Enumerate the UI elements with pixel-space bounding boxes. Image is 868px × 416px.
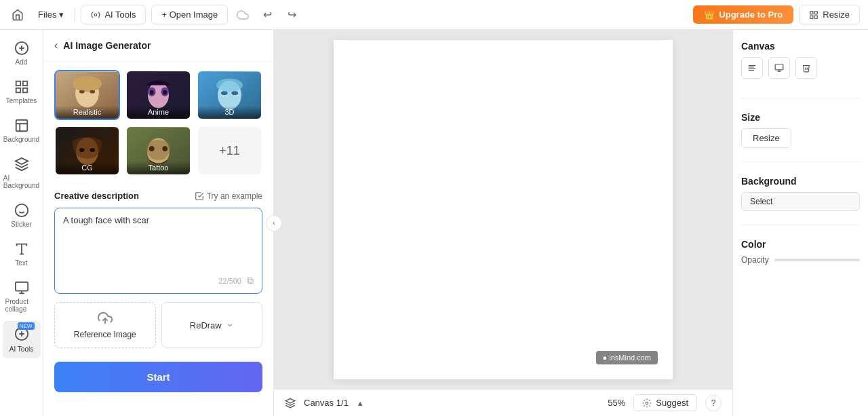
canvas-label: Canvas 1/1 (304, 398, 349, 408)
start-section: Start (43, 356, 273, 403)
style-realistic[interactable]: Realistic (54, 70, 120, 120)
undo-button[interactable]: ↩ (258, 5, 277, 24)
redraw-button[interactable]: ReDraw (161, 302, 263, 348)
suggest-label: Suggest (656, 398, 688, 408)
style-grid: Realistic Anime (43, 62, 273, 184)
style-more[interactable]: +11 (197, 126, 262, 176)
sidebar-item-product-collage[interactable]: Product collage (3, 275, 41, 318)
home-button[interactable] (8, 5, 27, 24)
svg-rect-4 (810, 16, 813, 18)
try-example-button[interactable]: Try an example (195, 191, 262, 201)
svg-point-31 (163, 90, 167, 95)
delete-button[interactable] (795, 57, 817, 79)
canvas-title: Canvas (741, 41, 860, 52)
start-button[interactable]: Start (54, 362, 262, 392)
svg-rect-52 (775, 64, 783, 70)
help-button[interactable]: ? (705, 395, 722, 411)
files-arrow-icon: ▾ (59, 10, 64, 20)
open-image-button[interactable]: + Open Image (151, 5, 228, 24)
actions-row: Reference Image ReDraw (43, 302, 273, 356)
sidebar-add-label: Add (16, 58, 28, 66)
ai-tools-topbar-button[interactable]: AI Tools (81, 5, 146, 24)
align-left-button[interactable] (741, 57, 763, 79)
align-center-button[interactable] (768, 57, 790, 79)
try-example-label: Try an example (207, 191, 262, 201)
svg-point-24 (79, 90, 85, 94)
sidebar-item-ai-tools[interactable]: NEW AI Tools (3, 321, 41, 358)
description-footer: 22/500 ⧉ (63, 275, 254, 286)
style-cg[interactable]: CG (54, 126, 120, 176)
size-resize-button[interactable]: Resize (741, 128, 791, 148)
redo-icon: ↪ (288, 8, 296, 21)
files-label: Files (38, 10, 56, 20)
upgrade-label: Upgrade to Pro (719, 10, 783, 20)
svg-point-25 (90, 90, 95, 94)
size-title: Size (741, 112, 860, 123)
opacity-row: Opacity (741, 255, 860, 265)
open-image-label: + Open Image (161, 10, 218, 20)
svg-rect-11 (16, 88, 20, 92)
layers-button[interactable] (285, 398, 296, 409)
canvas-white: ● insMind.com (334, 40, 673, 379)
sidebar-item-ai-background[interactable]: AI Background (3, 151, 41, 195)
zoom-display: 55% (608, 398, 625, 408)
svg-point-23 (73, 76, 102, 92)
reference-image-label: Reference Image (74, 330, 136, 339)
sidebar-item-templates[interactable]: Templates (3, 74, 41, 110)
collapse-panel-button[interactable]: ‹ (266, 215, 282, 231)
reference-image-button[interactable]: Reference Image (54, 302, 156, 348)
style-3d[interactable]: 3D (197, 70, 262, 120)
canvas-icon-row (741, 57, 860, 79)
char-count: 22/500 (218, 277, 241, 285)
divider-3 (741, 225, 860, 225)
sidebar-item-sticker[interactable]: Sticker (3, 197, 41, 233)
resize-label: Resize (823, 10, 850, 20)
creative-description-title: Creative description (54, 191, 139, 201)
style-anime[interactable]: Anime (125, 70, 191, 120)
opacity-slider[interactable] (774, 259, 860, 261)
style-more-label: +11 (198, 127, 261, 174)
redo-button[interactable]: ↪ (282, 5, 301, 24)
panel-title: AI Image Generator (63, 40, 151, 51)
new-badge: NEW (18, 322, 35, 330)
right-panel: Canvas Size Resize Background Select (732, 30, 868, 416)
description-text[interactable]: A tough face with scar (63, 215, 254, 269)
sidebar-product-collage-label: Product collage (5, 298, 38, 313)
main-content: Add Templates Background AI Background S… (0, 30, 868, 416)
topbar-left: Files ▾ AI Tools + Open Image ↩ ↪ (8, 5, 688, 24)
watermark: ● insMind.com (596, 351, 658, 364)
suggest-button[interactable]: Suggest (633, 394, 697, 411)
help-icon: ? (711, 398, 716, 408)
resize-button[interactable]: Resize (799, 5, 860, 24)
files-button[interactable]: Files ▾ (33, 7, 69, 22)
copy-icon[interactable]: ⧉ (247, 275, 254, 286)
svg-point-30 (150, 90, 154, 95)
sidebar-item-add[interactable]: Add (3, 35, 41, 71)
section-header: Creative description Try an example (54, 184, 262, 208)
svg-point-47 (646, 402, 649, 404)
sidebar-text-label: Text (15, 259, 27, 267)
redraw-label: ReDraw (190, 320, 222, 330)
sidebar-item-text[interactable]: Text (3, 236, 41, 272)
svg-point-13 (15, 204, 27, 216)
divider (75, 8, 75, 22)
canvas-area: ‹ ● insMind.com Canvas 1/1 ▲ 55% Suggest… (274, 30, 732, 416)
style-tattoo[interactable]: Tattoo (125, 126, 191, 176)
svg-rect-9 (22, 81, 26, 86)
topbar: Files ▾ AI Tools + Open Image ↩ ↪ 👑 Upgr… (0, 0, 868, 30)
description-box[interactable]: A tough face with scar 22/500 ⧉ (54, 208, 262, 294)
sidebar-item-background[interactable]: Background (3, 113, 41, 149)
svg-rect-8 (16, 81, 20, 86)
style-realistic-label: Realistic (56, 106, 119, 119)
svg-point-39 (79, 148, 85, 152)
divider-2 (741, 162, 860, 162)
panel: ‹ AI Image Generator Realistic (43, 30, 274, 416)
canvas-bottom-bar: Canvas 1/1 ▲ 55% Suggest ? (274, 389, 732, 416)
background-title: Background (741, 176, 860, 187)
opacity-label: Opacity (741, 255, 769, 265)
panel-back-button[interactable]: ‹ (54, 39, 58, 52)
style-3d-label: 3D (198, 106, 261, 119)
background-select-button[interactable]: Select (741, 192, 860, 211)
undo-icon: ↩ (263, 8, 272, 21)
upgrade-button[interactable]: 👑 Upgrade to Pro (693, 5, 793, 24)
